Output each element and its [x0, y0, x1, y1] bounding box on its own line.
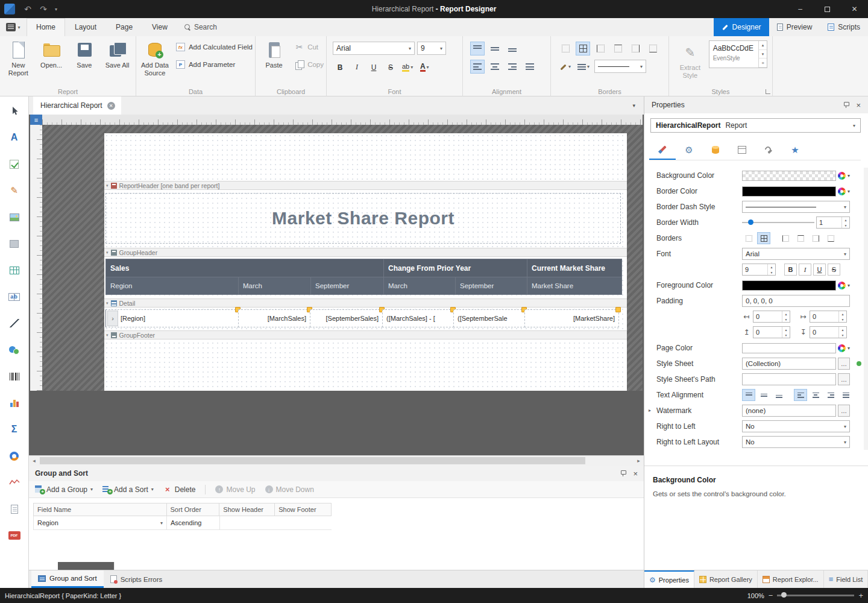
ribbon-tab-layout[interactable]: Layout: [65, 18, 106, 36]
line-tool[interactable]: [5, 316, 24, 330]
label-tool[interactable]: A: [5, 130, 24, 145]
application-menu-button[interactable]: ▾: [0, 18, 27, 36]
align-justify-button[interactable]: [523, 60, 537, 74]
properties-scrollbar[interactable]: [864, 168, 868, 450]
grid-column-header[interactable]: Show Footer: [275, 504, 332, 516]
watermark-value-box[interactable]: (none): [742, 405, 836, 417]
style-sheet-value-box[interactable]: (Collection): [742, 358, 836, 370]
delete-button[interactable]: × Delete: [163, 485, 196, 494]
pad-bottom-spinner[interactable]: 0 ▲▼: [810, 326, 847, 338]
quick-access-dropdown-icon[interactable]: ▾: [51, 7, 61, 12]
zoom-in-button[interactable]: +: [858, 591, 863, 600]
font-size-spinner[interactable]: 9 ▲▼: [742, 264, 776, 276]
horizontal-ruler[interactable]: [42, 115, 643, 125]
ellipsis-button[interactable]: …: [838, 373, 850, 385]
panel-tool[interactable]: [5, 236, 24, 251]
right-to-left-layout-combo[interactable]: No ▾: [742, 436, 850, 448]
borders-left-toggle[interactable]: [779, 232, 792, 244]
property-category-appearance-brush[interactable]: [649, 140, 676, 160]
highlight-button[interactable]: ab ▾: [400, 60, 415, 74]
align-center-button[interactable]: [488, 60, 502, 74]
sparkline-tool[interactable]: [5, 475, 24, 490]
chevron-down-icon[interactable]: ▾: [848, 173, 850, 178]
add-sort-button[interactable]: Add a Sort ▾: [102, 485, 154, 494]
chevron-down-icon[interactable]: ▾: [848, 346, 850, 351]
checkbox-tool[interactable]: [5, 157, 24, 171]
pad-right-spinner[interactable]: 0 ▲▼: [810, 311, 847, 323]
text-align-bottom-toggle[interactable]: [772, 389, 785, 401]
document-tab[interactable]: Hierarchical Report ✕: [33, 96, 121, 115]
band-strip-report-header[interactable]: ▾ ReportHeader [one band per report]: [104, 181, 627, 190]
panel-tab-properties[interactable]: Properties: [644, 570, 694, 588]
border-width-slider[interactable]: [742, 217, 814, 228]
borders-bottom-toggle[interactable]: [824, 232, 837, 244]
padding-value-box[interactable]: 0, 0, 0, 0: [742, 295, 850, 307]
text-align-justify-toggle[interactable]: [839, 389, 852, 401]
pad-top-spinner[interactable]: 0 ▲▼: [753, 326, 790, 338]
style-sheet-path-value-box[interactable]: [742, 373, 836, 385]
italic-button[interactable]: I: [350, 60, 364, 74]
text-align-left-toggle[interactable]: [794, 389, 807, 401]
border-width-spinner[interactable]: 1 ▲▼: [816, 216, 850, 229]
color-picker-icon[interactable]: [838, 344, 846, 352]
richtext-tool[interactable]: ✎: [5, 183, 24, 198]
property-category-layout[interactable]: [729, 140, 755, 160]
detail-cell[interactable]: ([SeptemberSale: [453, 309, 525, 327]
borders-none-toggle[interactable]: [742, 232, 755, 244]
detail-drag-handle[interactable]: ›: [107, 311, 118, 326]
close-button[interactable]: ✕: [841, 0, 868, 18]
scrollbar-thumb[interactable]: [40, 457, 585, 464]
picture-tool[interactable]: [5, 210, 24, 224]
gallery-down-icon[interactable]: ▾: [759, 50, 767, 59]
add-calculated-field-button[interactable]: fx Add Calculated Field: [176, 43, 253, 51]
barcode-tool[interactable]: [5, 369, 24, 384]
align-right-button[interactable]: [505, 60, 520, 74]
table-header-cell[interactable]: Change From Prior Year: [384, 259, 527, 277]
style-gallery[interactable]: AaBbCcDdE EvenStyle ▴ ▾ ≡: [709, 40, 767, 68]
report-selector-combo[interactable]: HierarchicalReport Report ▾: [650, 118, 861, 133]
slider-thumb[interactable]: [748, 219, 753, 225]
borders-all-toggle[interactable]: [757, 232, 770, 244]
close-icon[interactable]: ×: [856, 101, 861, 109]
expander-icon[interactable]: ▸: [649, 408, 651, 413]
underline-toggle[interactable]: U: [813, 264, 826, 276]
color-picker-icon[interactable]: [838, 282, 846, 289]
zoom-slider-thumb[interactable]: [781, 592, 787, 598]
text-align-right-toggle[interactable]: [824, 389, 837, 401]
table-subheader-cell[interactable]: March: [384, 277, 456, 295]
copy-button[interactable]: Copy: [295, 60, 324, 69]
spin-down-icon[interactable]: ▼: [839, 317, 846, 322]
dialog-launcher-icon[interactable]: [766, 89, 770, 94]
spin-down-icon[interactable]: ▼: [782, 317, 790, 322]
spin-up-icon[interactable]: ▲: [768, 264, 775, 270]
pad-left-spinner[interactable]: 0 ▲▼: [753, 311, 790, 323]
panel-tab-field-list[interactable]: Field List: [824, 570, 868, 588]
grid-column-header[interactable]: Sort Order: [167, 504, 220, 516]
spin-up-icon[interactable]: ▲: [842, 217, 849, 223]
add-data-source-button[interactable]: Add Data Source: [139, 38, 171, 77]
bold-toggle[interactable]: B: [784, 264, 797, 276]
align-bottom-button[interactable]: [505, 42, 520, 55]
ribbon-tab-home[interactable]: Home: [27, 18, 65, 36]
report-title-control[interactable]: Market Share Report: [105, 193, 621, 244]
foreground-color-swatch[interactable]: [742, 280, 836, 291]
text-align-middle-toggle[interactable]: [757, 389, 770, 401]
detail-cell[interactable]: ›[Region]: [105, 309, 239, 327]
panel-tab-report-gallery[interactable]: Report Gallery: [694, 570, 758, 588]
align-top-button[interactable]: [470, 42, 485, 55]
chevron-down-icon[interactable]: ▾: [848, 189, 850, 194]
undo-button[interactable]: ↶: [20, 4, 36, 14]
border-top-button[interactable]: [611, 42, 625, 55]
border-color-button[interactable]: ▾: [558, 60, 573, 74]
collapse-caret-icon[interactable]: ▾: [106, 301, 108, 306]
maximize-button[interactable]: [814, 0, 841, 18]
document-list-dropdown-icon[interactable]: ▾: [632, 103, 644, 109]
pageinfo-tool[interactable]: [5, 502, 24, 516]
collapse-caret-icon[interactable]: ▾: [106, 183, 108, 188]
ribbon-search[interactable]: Search: [177, 18, 224, 36]
table-subheader-cell[interactable]: September: [456, 277, 527, 295]
add-group-button[interactable]: Add a Group ▾: [35, 485, 93, 494]
pin-icon[interactable]: [620, 470, 627, 477]
gallery-expand-icon[interactable]: ≡: [759, 58, 767, 68]
gallery-up-icon[interactable]: ▴: [759, 41, 767, 50]
